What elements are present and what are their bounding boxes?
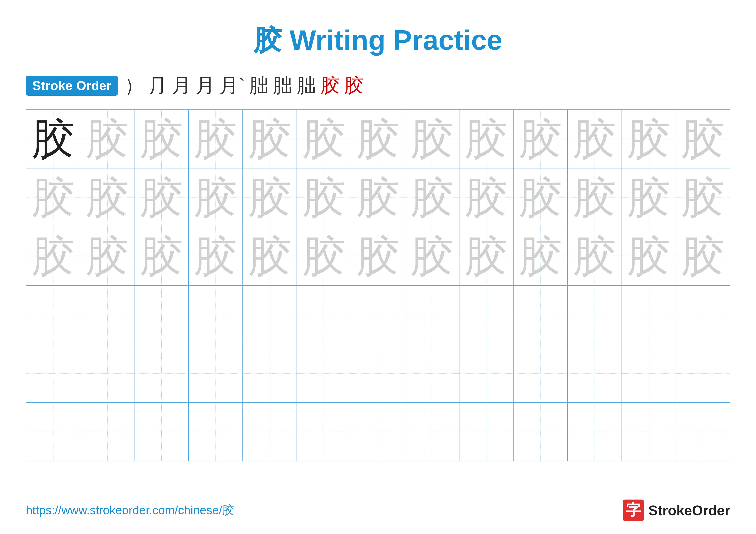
grid-cell[interactable]: 胶 bbox=[297, 110, 351, 168]
grid-row-6 bbox=[26, 403, 730, 461]
grid-cell[interactable] bbox=[459, 403, 514, 461]
character-light: 胶 bbox=[357, 117, 399, 161]
grid-cell[interactable]: 胶 bbox=[26, 227, 80, 285]
stroke-seq-10: 胶 bbox=[344, 72, 364, 99]
grid-cell[interactable] bbox=[26, 286, 80, 344]
grid-cell[interactable] bbox=[134, 344, 189, 402]
grid-cell[interactable]: 胶 bbox=[80, 110, 134, 168]
grid-cell[interactable] bbox=[80, 344, 134, 402]
stroke-seq-2: ⺆ bbox=[148, 72, 168, 99]
grid-row-5 bbox=[26, 344, 730, 403]
grid-cell[interactable] bbox=[243, 403, 297, 461]
grid-cell[interactable] bbox=[134, 286, 189, 344]
grid-cell[interactable]: 胶 bbox=[459, 227, 514, 285]
grid-cell[interactable] bbox=[514, 286, 568, 344]
character-light: 胶 bbox=[140, 117, 183, 161]
grid-cell[interactable] bbox=[243, 286, 297, 344]
grid-cell[interactable]: 胶 bbox=[297, 227, 351, 285]
character-light: 胶 bbox=[248, 235, 291, 278]
grid-cell[interactable]: 胶 bbox=[189, 168, 243, 227]
character-light: 胶 bbox=[302, 176, 345, 219]
character-light: 胶 bbox=[194, 117, 237, 161]
grid-cell[interactable] bbox=[189, 286, 243, 344]
grid-cell[interactable] bbox=[514, 344, 568, 402]
grid-cell[interactable]: 胶 bbox=[134, 227, 189, 285]
grid-cell[interactable]: 胶 bbox=[405, 227, 459, 285]
grid-cell[interactable]: 胶 bbox=[622, 168, 676, 227]
character-light: 胶 bbox=[86, 176, 129, 219]
grid-cell[interactable] bbox=[568, 344, 622, 402]
grid-cell[interactable]: 胶 bbox=[568, 227, 622, 285]
grid-cell[interactable] bbox=[243, 344, 297, 402]
grid-cell[interactable] bbox=[26, 403, 80, 461]
grid-cell[interactable] bbox=[568, 286, 622, 344]
grid-cell[interactable]: 胶 bbox=[676, 110, 730, 168]
grid-cell[interactable] bbox=[405, 403, 459, 461]
grid-cell[interactable]: 胶 bbox=[243, 168, 297, 227]
grid-cell[interactable] bbox=[459, 286, 514, 344]
grid-cell[interactable]: 胶 bbox=[189, 110, 243, 168]
grid-cell[interactable] bbox=[134, 403, 189, 461]
grid-cell[interactable] bbox=[676, 344, 730, 402]
grid-cell[interactable] bbox=[80, 403, 134, 461]
grid-cell[interactable]: 胶 bbox=[514, 168, 568, 227]
grid-cell[interactable] bbox=[351, 403, 405, 461]
grid-cell[interactable] bbox=[622, 286, 676, 344]
grid-cell[interactable] bbox=[514, 403, 568, 461]
grid-cell[interactable]: 胶 bbox=[622, 227, 676, 285]
character-light: 胶 bbox=[519, 235, 562, 278]
grid-cell[interactable]: 胶 bbox=[80, 168, 134, 227]
grid-cell[interactable] bbox=[297, 344, 351, 402]
grid-cell[interactable] bbox=[405, 286, 459, 344]
grid-cell[interactable] bbox=[351, 344, 405, 402]
grid-cell[interactable] bbox=[405, 344, 459, 402]
grid-cell[interactable]: 胶 bbox=[405, 110, 459, 168]
character-light: 胶 bbox=[627, 117, 670, 161]
grid-cell[interactable] bbox=[80, 286, 134, 344]
grid-cell[interactable]: 胶 bbox=[514, 110, 568, 168]
grid-cell[interactable] bbox=[189, 403, 243, 461]
character-light: 胶 bbox=[681, 235, 724, 278]
character-light: 胶 bbox=[194, 176, 237, 219]
grid-cell[interactable]: 胶 bbox=[514, 227, 568, 285]
grid-cell[interactable] bbox=[622, 403, 676, 461]
grid-cell[interactable]: 胶 bbox=[351, 227, 405, 285]
footer-logo: 字 StrokeOrder bbox=[623, 499, 730, 521]
grid-cell[interactable]: 胶 bbox=[26, 168, 80, 227]
grid-cell[interactable]: 胶 bbox=[459, 110, 514, 168]
grid-cell[interactable]: 胶 bbox=[189, 227, 243, 285]
grid-cell[interactable]: 胶 bbox=[622, 110, 676, 168]
grid-cell[interactable] bbox=[189, 344, 243, 402]
writing-grid: 胶 胶 胶 胶 胶 胶 胶 胶 胶 bbox=[26, 110, 730, 461]
grid-cell[interactable]: 胶 bbox=[26, 110, 80, 168]
grid-cell[interactable] bbox=[459, 344, 514, 402]
character-light: 胶 bbox=[411, 235, 454, 278]
grid-cell[interactable]: 胶 bbox=[568, 110, 622, 168]
character-light: 胶 bbox=[627, 235, 670, 278]
grid-cell[interactable]: 胶 bbox=[676, 168, 730, 227]
grid-cell[interactable]: 胶 bbox=[351, 168, 405, 227]
grid-cell[interactable] bbox=[297, 403, 351, 461]
grid-cell[interactable] bbox=[297, 286, 351, 344]
grid-cell[interactable]: 胶 bbox=[80, 227, 134, 285]
grid-cell[interactable] bbox=[676, 403, 730, 461]
grid-cell[interactable]: 胶 bbox=[676, 227, 730, 285]
grid-row-2: 胶 胶 胶 胶 胶 胶 胶 胶 胶 bbox=[26, 168, 730, 227]
character-dark: 胶 bbox=[32, 117, 75, 161]
grid-cell[interactable]: 胶 bbox=[405, 168, 459, 227]
grid-cell[interactable] bbox=[676, 286, 730, 344]
grid-cell[interactable] bbox=[351, 286, 405, 344]
grid-cell[interactable]: 胶 bbox=[351, 110, 405, 168]
grid-cell[interactable]: 胶 bbox=[568, 168, 622, 227]
stroke-seq-3: 月 bbox=[172, 72, 191, 99]
grid-cell[interactable]: 胶 bbox=[134, 168, 189, 227]
grid-cell[interactable]: 胶 bbox=[459, 168, 514, 227]
grid-cell[interactable] bbox=[26, 344, 80, 402]
page: 胶 Writing Practice Stroke Order ） ⺆ 月 月 … bbox=[0, 0, 756, 534]
grid-cell[interactable]: 胶 bbox=[134, 110, 189, 168]
grid-cell[interactable]: 胶 bbox=[243, 110, 297, 168]
grid-cell[interactable]: 胶 bbox=[297, 168, 351, 227]
grid-cell[interactable]: 胶 bbox=[243, 227, 297, 285]
grid-cell[interactable] bbox=[568, 403, 622, 461]
grid-cell[interactable] bbox=[622, 344, 676, 402]
